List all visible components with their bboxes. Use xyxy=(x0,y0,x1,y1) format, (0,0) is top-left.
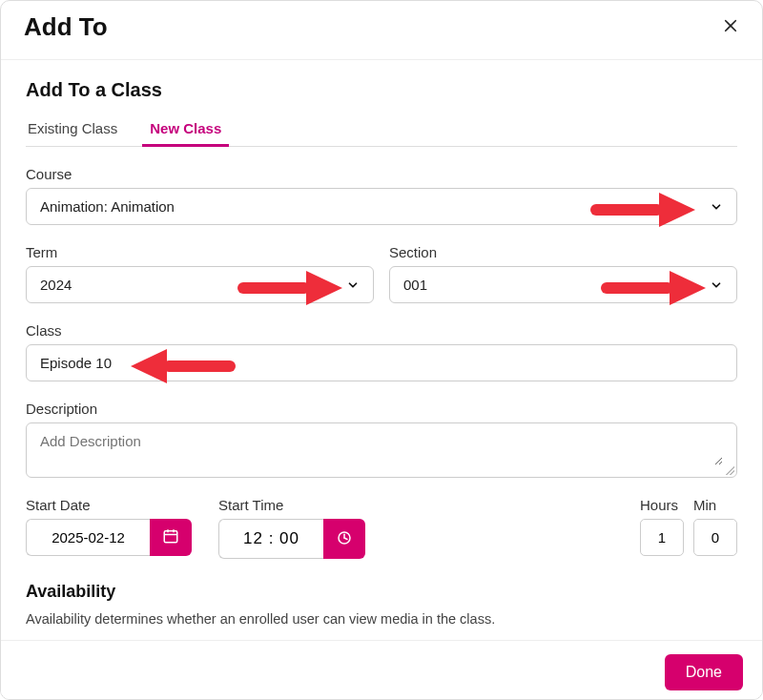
close-icon xyxy=(722,15,739,39)
hours-input[interactable] xyxy=(640,519,684,556)
section-value: 001 xyxy=(403,277,427,293)
calendar-icon xyxy=(162,527,179,547)
start-date-group: Start Date xyxy=(26,497,192,556)
hours-col: Hours xyxy=(640,497,684,556)
chevron-down-icon xyxy=(346,278,360,292)
start-time-input[interactable] xyxy=(218,519,323,559)
done-button[interactable]: Done xyxy=(665,654,743,690)
course-row: Course Animation: Animation xyxy=(26,166,737,225)
close-button[interactable] xyxy=(722,17,739,38)
calendar-button[interactable] xyxy=(150,519,192,556)
modal-body-scroll[interactable]: Add To a Class Existing Class New Class … xyxy=(1,60,762,640)
start-time-field xyxy=(218,519,365,559)
start-time-group: Start Time xyxy=(218,497,365,559)
term-section-row: Term 2024 Section 001 xyxy=(26,244,737,303)
min-label: Min xyxy=(693,497,737,513)
availability-text: Availability determines whether an enrol… xyxy=(26,611,737,627)
min-col: Min xyxy=(693,497,737,556)
chevron-down-icon xyxy=(710,200,723,214)
modal-footer: Done xyxy=(1,640,762,700)
section-col: Section 001 xyxy=(389,244,737,303)
min-input[interactable] xyxy=(693,519,737,556)
modal-header: Add To xyxy=(1,1,762,60)
modal-body: Add To a Class Existing Class New Class … xyxy=(1,60,762,640)
description-label: Description xyxy=(26,401,737,417)
description-row: Description xyxy=(26,401,737,478)
course-value: Animation: Animation xyxy=(40,198,175,215)
tab-bar: Existing Class New Class xyxy=(26,113,737,147)
start-date-input[interactable] xyxy=(26,519,150,556)
clock-button[interactable] xyxy=(323,519,365,559)
section-label: Section xyxy=(389,244,737,260)
clock-icon xyxy=(336,529,353,549)
tab-existing-class[interactable]: Existing Class xyxy=(26,113,119,146)
description-textarea-wrap xyxy=(26,422,737,478)
class-row: Class xyxy=(26,322,737,381)
svg-rect-10 xyxy=(164,531,177,543)
term-label: Term xyxy=(26,244,374,260)
course-label: Course xyxy=(26,166,737,182)
form-heading: Add To a Class xyxy=(26,79,737,101)
term-value: 2024 xyxy=(40,277,72,293)
term-select[interactable]: 2024 xyxy=(26,266,374,303)
start-date-label: Start Date xyxy=(26,497,192,513)
modal-title: Add To xyxy=(24,12,108,42)
start-time-label: Start Time xyxy=(218,497,365,513)
duration-group: Hours Min xyxy=(640,497,737,556)
start-date-field xyxy=(26,519,192,556)
class-input[interactable] xyxy=(40,355,723,371)
course-select[interactable]: Animation: Animation xyxy=(26,188,737,225)
class-label: Class xyxy=(26,322,737,339)
hours-label: Hours xyxy=(640,497,684,513)
availability-heading: Availability xyxy=(26,582,737,602)
description-textarea[interactable] xyxy=(40,433,723,465)
tab-new-class[interactable]: New Class xyxy=(148,113,223,146)
section-select[interactable]: 001 xyxy=(389,266,737,303)
class-input-wrap xyxy=(26,344,737,381)
svg-line-16 xyxy=(344,538,347,540)
datetime-row: Start Date Start Time xyxy=(26,497,737,559)
term-col: Term 2024 xyxy=(26,244,374,303)
chevron-down-icon xyxy=(710,278,723,292)
